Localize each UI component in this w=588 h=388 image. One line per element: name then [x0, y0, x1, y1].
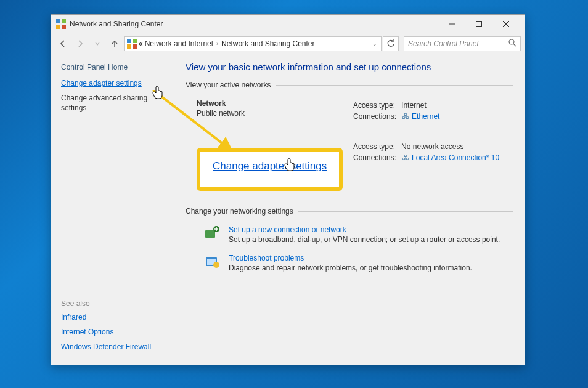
network-type: Public network [197, 109, 352, 118]
connections-label: Connections: [353, 111, 400, 121]
access-type-label: Access type: [353, 142, 400, 152]
change-advanced-sharing-link[interactable]: Change advanced sharing settings [61, 94, 168, 113]
breadcrumb-separator: › [215, 41, 219, 47]
search-icon [508, 39, 517, 49]
troubleshoot-icon [204, 254, 221, 271]
see-also-internet-options[interactable]: Internet Options [61, 328, 168, 336]
breadcrumb-dropdown-icon[interactable]: ⌄ [371, 41, 378, 47]
breadcrumb-prefix: « [139, 39, 143, 48]
change-adapter-settings-link[interactable]: Change adapter settings [61, 79, 168, 87]
see-also-infrared[interactable]: Infrared [61, 313, 168, 321]
network-sharing-icon [56, 19, 66, 29]
active-networks-header: View your active networks [186, 81, 271, 89]
setup-connection-title: Set up a new connection or network [229, 225, 500, 234]
breadcrumb-part[interactable]: Network and Internet [145, 39, 213, 48]
svg-rect-1 [62, 19, 66, 23]
network-name: Network [197, 99, 352, 108]
svg-point-12 [509, 39, 514, 44]
see-also-firewall[interactable]: Windows Defender Firewall [61, 342, 168, 351]
back-button[interactable] [55, 36, 71, 52]
connection-link[interactable]: Local Area Connection* 10 [412, 153, 499, 162]
access-type-value: No network access [401, 142, 503, 152]
recent-dropdown[interactable] [89, 36, 105, 52]
setup-connection-item[interactable]: Set up a new connection or network Set u… [186, 222, 513, 250]
svg-rect-5 [476, 22, 482, 27]
svg-point-18 [213, 262, 219, 268]
ethernet-icon: 🖧 [401, 112, 410, 121]
toolbar: « Network and Internet › Network and Sha… [51, 33, 525, 54]
svg-rect-0 [56, 19, 60, 23]
refresh-button[interactable] [383, 36, 399, 51]
svg-line-13 [513, 44, 516, 46]
troubleshoot-desc: Diagnose and repair network problems, or… [229, 264, 472, 272]
highlight-callout: Change adapter settings [197, 148, 352, 191]
highlight-change-adapter-link[interactable]: Change adapter settings [213, 160, 327, 172]
close-button[interactable] [492, 15, 520, 33]
window-title: Network and Sharing Center [70, 20, 438, 28]
forward-button[interactable] [72, 36, 88, 52]
connection-link[interactable]: Ethernet [412, 112, 439, 121]
ethernet-icon: 🖧 [401, 153, 410, 162]
connections-label: Connections: [353, 153, 400, 163]
search-placeholder: Search Control Panel [408, 39, 478, 48]
divider [298, 211, 513, 212]
setup-connection-desc: Set up a broadband, dial-up, or VPN conn… [229, 235, 500, 244]
troubleshoot-title: Troubleshoot problems [229, 254, 472, 262]
access-type-value: Internet [401, 100, 443, 110]
setup-connection-icon [204, 225, 221, 243]
networking-settings-header: Change your networking settings [186, 207, 293, 216]
control-panel-window: Network and Sharing Center « Network and… [51, 14, 525, 365]
titlebar: Network and Sharing Center [51, 15, 525, 33]
address-bar[interactable]: « Network and Internet › Network and Sha… [124, 36, 382, 51]
svg-rect-11 [133, 44, 137, 49]
divider [276, 85, 513, 86]
breadcrumb-part[interactable]: Network and Sharing Center [221, 39, 314, 48]
svg-rect-10 [127, 44, 131, 49]
see-also-header: See also [61, 299, 168, 308]
search-input[interactable]: Search Control Panel [404, 36, 521, 51]
svg-rect-9 [133, 39, 137, 43]
minimize-button[interactable] [438, 15, 465, 33]
page-heading: View your basic network information and … [186, 62, 513, 72]
troubleshoot-item[interactable]: Troubleshoot problems Diagnose and repai… [186, 250, 513, 278]
svg-rect-8 [127, 39, 131, 43]
main-content: View your basic network information and … [174, 54, 525, 365]
sidebar: Control Panel Home Change adapter settin… [51, 54, 174, 365]
up-button[interactable] [107, 36, 123, 52]
access-type-label: Access type: [353, 100, 400, 110]
maximize-button[interactable] [465, 15, 492, 33]
svg-rect-3 [62, 25, 66, 29]
network-sharing-icon [127, 39, 137, 49]
control-panel-home-link[interactable]: Control Panel Home [61, 63, 168, 71]
network-item: Network Public network Access type: Inte… [186, 95, 513, 131]
network-item: Change adapter settings Access type: No … [186, 137, 513, 202]
svg-rect-14 [205, 230, 215, 238]
divider [186, 134, 513, 134]
svg-rect-2 [56, 25, 60, 29]
